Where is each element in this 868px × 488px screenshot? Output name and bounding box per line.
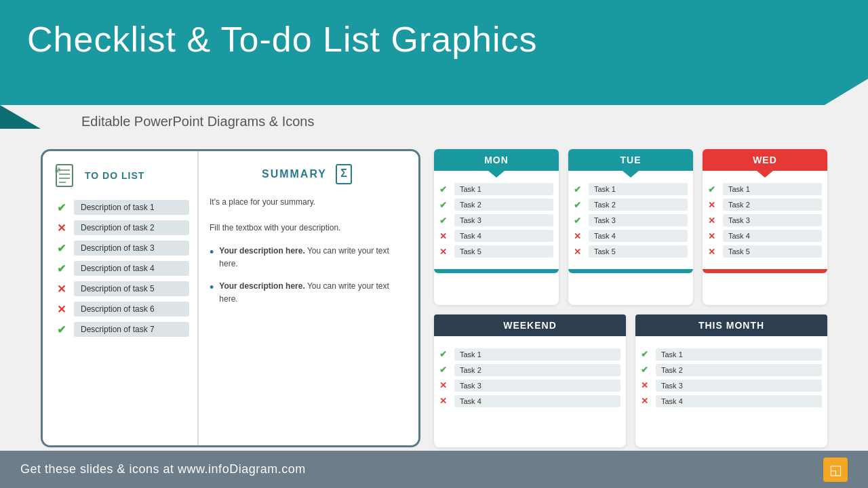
x-icon: ✕ <box>708 200 719 210</box>
day-task-label: Task 3 <box>589 214 688 226</box>
bullet-dot-2: • <box>210 281 214 306</box>
day-task-item: ✕ Task 5 <box>574 245 688 258</box>
day-task-label: Task 3 <box>723 214 822 226</box>
task-label: Description of task 4 <box>74 261 189 276</box>
day-task-item: ✕ Task 4 <box>439 230 553 242</box>
day-tasks-mon: ✔ Task 1 ✔ Task 2 ✔ Task 3 ✕ Task 4 ✕ Ta… <box>434 175 559 266</box>
day-card-tue: TUE ✔ Task 1 ✔ Task 2 ✔ Task 3 ✕ Task 4 … <box>568 149 693 305</box>
day-task-label: Task 2 <box>589 199 688 211</box>
todo-list-icon <box>54 163 78 188</box>
day-task-item: ✔ Task 1 <box>641 348 822 361</box>
day-task-item: ✔ Task 3 <box>439 214 553 226</box>
todo-header: TO DO LIST <box>54 163 189 188</box>
footer-text: Get these slides & icons at www.infoDiag… <box>20 462 306 476</box>
day-task-item: ✕ Task 4 <box>439 395 620 407</box>
bullet-dot-1: • <box>210 246 214 270</box>
day-task-label: Task 4 <box>454 395 620 407</box>
day-header-mon: MON <box>434 149 559 171</box>
arrow-yellow <box>418 251 420 281</box>
check-icon: ✔ <box>574 200 585 210</box>
check-icon: ✔ <box>439 349 450 359</box>
x-icon: ✕ <box>439 396 450 406</box>
day-card-wed: WED ✔ Task 1 ✕ Task 2 ✕ Task 3 ✕ Task 4 … <box>703 149 827 305</box>
x-icon: ✕ <box>439 380 450 390</box>
day-task-label: Task 4 <box>656 395 822 407</box>
todo-task-item: ✔ Description of task 1 <box>54 200 189 215</box>
check-icon: ✔ <box>574 216 585 226</box>
arrow-green <box>418 316 420 346</box>
todo-task-item: ✔ Description of task 4 <box>54 261 189 276</box>
main-content: TO DO LIST ✔ Description of task 1 ✕ Des… <box>41 149 827 447</box>
x-icon: ✕ <box>574 247 585 257</box>
day-task-label: Task 4 <box>723 230 822 242</box>
x-icon: ✕ <box>54 302 68 317</box>
summary-bullet-1: • Your description here. You can write y… <box>210 245 408 270</box>
day-task-label: Task 2 <box>454 199 553 211</box>
day-task-item: ✕ Task 4 <box>574 230 688 242</box>
summary-intro1: It's a place for your summary. Fill the … <box>210 196 408 235</box>
x-icon: ✕ <box>439 231 450 241</box>
side-arrows <box>418 251 420 346</box>
day-card-mon: MON ✔ Task 1 ✔ Task 2 ✔ Task 3 ✕ Task 4 … <box>434 149 559 305</box>
todo-task-item: ✕ Description of task 6 <box>54 302 189 317</box>
day-bar-wed <box>703 269 827 273</box>
check-icon: ✔ <box>439 216 450 226</box>
check-icon: ✔ <box>641 365 652 375</box>
day-task-label: Task 2 <box>454 364 620 376</box>
wide-cards-row: WEEKEND ✔ Task 1 ✔ Task 2 ✕ Task 3 ✕ Tas… <box>434 314 827 448</box>
right-panel: MON ✔ Task 1 ✔ Task 2 ✔ Task 3 ✕ Task 4 … <box>434 149 827 447</box>
check-icon: ✔ <box>54 200 68 215</box>
x-icon: ✕ <box>54 220 68 235</box>
day-task-item: ✔ Task 2 <box>439 364 620 376</box>
day-task-label: Task 5 <box>454 245 553 258</box>
x-icon: ✕ <box>708 216 719 226</box>
footer-icon-shape: ◱ <box>829 462 842 478</box>
check-icon: ✔ <box>439 200 450 210</box>
todo-task-item: ✕ Description of task 5 <box>54 281 189 296</box>
summary-bullet1-text: Your description here. You can write you… <box>219 245 408 270</box>
check-icon: ✔ <box>439 184 450 195</box>
day-task-item: ✕ Task 3 <box>641 380 822 392</box>
summary-section: SUMMARY Σ It's a place for your summary.… <box>199 151 418 445</box>
summary-icon: Σ <box>334 163 355 185</box>
day-task-label: Task 5 <box>723 245 822 258</box>
day-task-item: ✕ Task 4 <box>641 395 822 407</box>
check-icon: ✔ <box>54 322 68 337</box>
left-panel: TO DO LIST ✔ Description of task 1 ✕ Des… <box>41 149 420 447</box>
task-label: Description of task 3 <box>74 241 189 256</box>
x-icon: ✕ <box>641 380 652 390</box>
day-task-label: Task 2 <box>656 364 822 376</box>
check-icon: ✔ <box>574 184 585 195</box>
todo-section: TO DO LIST ✔ Description of task 1 ✕ Des… <box>43 151 199 445</box>
x-icon: ✕ <box>708 231 719 241</box>
day-tasks-wed: ✔ Task 1 ✕ Task 2 ✕ Task 3 ✕ Task 4 ✕ Ta… <box>703 175 827 266</box>
day-task-label: Task 3 <box>656 380 822 392</box>
day-tasks-thismonth: ✔ Task 1 ✔ Task 2 ✕ Task 3 ✕ Task 4 <box>635 340 827 416</box>
task-label: Description of task 1 <box>74 200 189 215</box>
bottom-arrow <box>217 445 244 447</box>
task-label: Description of task 6 <box>74 302 189 317</box>
day-task-item: ✔ Task 1 <box>574 183 688 195</box>
day-header-tue: TUE <box>568 149 693 171</box>
footer: Get these slides & icons at www.infoDiag… <box>0 451 868 488</box>
svg-text:Σ: Σ <box>340 167 347 179</box>
task-label: Description of task 2 <box>74 220 189 235</box>
todo-tasks-list: ✔ Description of task 1 ✕ Description of… <box>54 200 189 337</box>
day-bar-mon <box>434 269 559 273</box>
day-task-item: ✔ Task 2 <box>574 199 688 211</box>
day-task-item: ✕ Task 5 <box>708 245 822 258</box>
day-task-item: ✔ Task 1 <box>708 183 822 195</box>
day-bar-tue <box>568 269 693 273</box>
day-task-label: Task 1 <box>656 348 822 361</box>
day-task-label: Task 3 <box>454 214 553 226</box>
day-task-item: ✕ Task 3 <box>439 380 620 392</box>
day-task-label: Task 4 <box>589 230 688 242</box>
summary-header: SUMMARY Σ <box>210 163 408 185</box>
day-task-label: Task 1 <box>589 183 688 195</box>
x-icon: ✕ <box>641 396 652 406</box>
summary-bullet-2: • Your description here. You can write y… <box>210 280 408 306</box>
day-header-weekend: WEEKEND <box>434 314 626 336</box>
footer-icon: ◱ <box>823 458 848 482</box>
page-title: Checklist & To-do List Graphics <box>27 19 538 60</box>
task-label: Description of task 5 <box>74 281 189 296</box>
